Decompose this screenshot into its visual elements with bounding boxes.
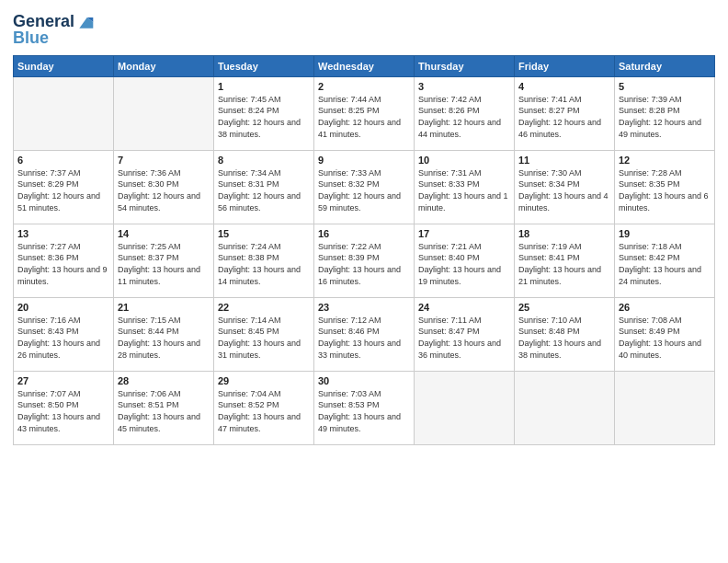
day-info: Sunrise: 7:30 AM Sunset: 8:34 PM Dayligh… <box>518 167 610 213</box>
day-info: Sunrise: 7:45 AM Sunset: 8:24 PM Dayligh… <box>218 94 310 140</box>
day-info: Sunrise: 7:12 AM Sunset: 8:46 PM Dayligh… <box>318 315 410 361</box>
calendar-cell: 12Sunrise: 7:28 AM Sunset: 8:35 PM Dayli… <box>615 150 715 224</box>
week-row-1: 1Sunrise: 7:45 AM Sunset: 8:24 PM Daylig… <box>14 76 715 150</box>
calendar-cell: 8Sunrise: 7:34 AM Sunset: 8:31 PM Daylig… <box>214 150 314 224</box>
calendar-cell <box>415 371 515 444</box>
day-number: 3 <box>418 81 510 92</box>
calendar-cell: 18Sunrise: 7:19 AM Sunset: 8:41 PM Dayli… <box>515 224 615 297</box>
day-number: 8 <box>218 155 310 166</box>
day-info: Sunrise: 7:06 AM Sunset: 8:51 PM Dayligh… <box>118 388 210 434</box>
day-info: Sunrise: 7:14 AM Sunset: 8:45 PM Dayligh… <box>218 315 310 361</box>
calendar-cell <box>114 76 214 150</box>
calendar-cell <box>515 371 615 444</box>
day-number: 13 <box>17 228 109 239</box>
calendar-cell: 26Sunrise: 7:08 AM Sunset: 8:49 PM Dayli… <box>615 297 715 371</box>
week-row-4: 20Sunrise: 7:16 AM Sunset: 8:43 PM Dayli… <box>14 297 715 371</box>
weekday-header-friday: Friday <box>515 55 615 76</box>
day-number: 26 <box>619 302 711 313</box>
calendar-cell: 6Sunrise: 7:37 AM Sunset: 8:29 PM Daylig… <box>14 150 114 224</box>
day-info: Sunrise: 7:18 AM Sunset: 8:42 PM Dayligh… <box>619 241 711 287</box>
day-info: Sunrise: 7:04 AM Sunset: 8:52 PM Dayligh… <box>218 388 310 434</box>
calendar-cell: 4Sunrise: 7:41 AM Sunset: 8:27 PM Daylig… <box>515 76 615 150</box>
weekday-header-row: SundayMondayTuesdayWednesdayThursdayFrid… <box>14 55 715 76</box>
day-info: Sunrise: 7:27 AM Sunset: 8:36 PM Dayligh… <box>17 241 109 287</box>
calendar-cell: 9Sunrise: 7:33 AM Sunset: 8:32 PM Daylig… <box>314 150 415 224</box>
calendar-cell: 24Sunrise: 7:11 AM Sunset: 8:47 PM Dayli… <box>415 297 515 371</box>
logo: General Blue <box>13 13 95 48</box>
calendar-cell: 28Sunrise: 7:06 AM Sunset: 8:51 PM Dayli… <box>114 371 214 444</box>
day-number: 5 <box>619 81 711 92</box>
day-info: Sunrise: 7:37 AM Sunset: 8:29 PM Dayligh… <box>17 167 109 213</box>
day-info: Sunrise: 7:08 AM Sunset: 8:49 PM Dayligh… <box>619 315 711 361</box>
calendar-cell: 7Sunrise: 7:36 AM Sunset: 8:30 PM Daylig… <box>114 150 214 224</box>
day-number: 2 <box>318 81 410 92</box>
day-number: 23 <box>318 302 410 313</box>
calendar-cell: 17Sunrise: 7:21 AM Sunset: 8:40 PM Dayli… <box>415 224 515 297</box>
calendar-cell: 22Sunrise: 7:14 AM Sunset: 8:45 PM Dayli… <box>214 297 314 371</box>
calendar-cell <box>615 371 715 444</box>
day-info: Sunrise: 7:22 AM Sunset: 8:39 PM Dayligh… <box>318 241 410 287</box>
calendar-cell: 19Sunrise: 7:18 AM Sunset: 8:42 PM Dayli… <box>615 224 715 297</box>
day-info: Sunrise: 7:11 AM Sunset: 8:47 PM Dayligh… <box>418 315 510 361</box>
day-number: 27 <box>17 375 109 386</box>
weekday-header-wednesday: Wednesday <box>314 55 415 76</box>
day-number: 21 <box>118 302 210 313</box>
calendar-cell: 15Sunrise: 7:24 AM Sunset: 8:38 PM Dayli… <box>214 224 314 297</box>
week-row-5: 27Sunrise: 7:07 AM Sunset: 8:50 PM Dayli… <box>14 371 715 444</box>
day-info: Sunrise: 7:10 AM Sunset: 8:48 PM Dayligh… <box>518 315 610 361</box>
day-number: 30 <box>318 375 410 386</box>
calendar: SundayMondayTuesdayWednesdayThursdayFrid… <box>13 55 715 445</box>
calendar-cell: 11Sunrise: 7:30 AM Sunset: 8:34 PM Dayli… <box>515 150 615 224</box>
calendar-cell <box>14 76 114 150</box>
calendar-cell: 20Sunrise: 7:16 AM Sunset: 8:43 PM Dayli… <box>14 297 114 371</box>
day-number: 28 <box>118 375 210 386</box>
calendar-cell: 30Sunrise: 7:03 AM Sunset: 8:53 PM Dayli… <box>314 371 415 444</box>
day-info: Sunrise: 7:42 AM Sunset: 8:26 PM Dayligh… <box>418 94 510 140</box>
calendar-cell: 3Sunrise: 7:42 AM Sunset: 8:26 PM Daylig… <box>415 76 515 150</box>
day-info: Sunrise: 7:39 AM Sunset: 8:28 PM Dayligh… <box>619 94 711 140</box>
day-number: 15 <box>218 228 310 239</box>
day-number: 24 <box>418 302 510 313</box>
calendar-cell: 2Sunrise: 7:44 AM Sunset: 8:25 PM Daylig… <box>314 76 415 150</box>
day-info: Sunrise: 7:21 AM Sunset: 8:40 PM Dayligh… <box>418 241 510 287</box>
calendar-cell: 23Sunrise: 7:12 AM Sunset: 8:46 PM Dayli… <box>314 297 415 371</box>
calendar-cell: 29Sunrise: 7:04 AM Sunset: 8:52 PM Dayli… <box>214 371 314 444</box>
calendar-cell: 13Sunrise: 7:27 AM Sunset: 8:36 PM Dayli… <box>14 224 114 297</box>
day-info: Sunrise: 7:07 AM Sunset: 8:50 PM Dayligh… <box>17 388 109 434</box>
day-number: 4 <box>518 81 610 92</box>
day-info: Sunrise: 7:36 AM Sunset: 8:30 PM Dayligh… <box>118 167 210 213</box>
calendar-cell: 16Sunrise: 7:22 AM Sunset: 8:39 PM Dayli… <box>314 224 415 297</box>
weekday-header-saturday: Saturday <box>615 55 715 76</box>
day-number: 6 <box>17 155 109 166</box>
day-number: 20 <box>17 302 109 313</box>
day-info: Sunrise: 7:16 AM Sunset: 8:43 PM Dayligh… <box>17 315 109 361</box>
day-number: 19 <box>619 228 711 239</box>
day-info: Sunrise: 7:28 AM Sunset: 8:35 PM Dayligh… <box>619 167 711 213</box>
day-info: Sunrise: 7:31 AM Sunset: 8:33 PM Dayligh… <box>418 167 510 213</box>
calendar-cell: 5Sunrise: 7:39 AM Sunset: 8:28 PM Daylig… <box>615 76 715 150</box>
header: General Blue <box>13 9 715 48</box>
day-info: Sunrise: 7:19 AM Sunset: 8:41 PM Dayligh… <box>518 241 610 287</box>
day-info: Sunrise: 7:25 AM Sunset: 8:37 PM Dayligh… <box>118 241 210 287</box>
day-info: Sunrise: 7:03 AM Sunset: 8:53 PM Dayligh… <box>318 388 410 434</box>
day-number: 12 <box>619 155 711 166</box>
day-number: 16 <box>318 228 410 239</box>
calendar-cell: 25Sunrise: 7:10 AM Sunset: 8:48 PM Dayli… <box>515 297 615 371</box>
day-info: Sunrise: 7:34 AM Sunset: 8:31 PM Dayligh… <box>218 167 310 213</box>
day-number: 17 <box>418 228 510 239</box>
day-info: Sunrise: 7:24 AM Sunset: 8:38 PM Dayligh… <box>218 241 310 287</box>
day-info: Sunrise: 7:41 AM Sunset: 8:27 PM Dayligh… <box>518 94 610 140</box>
day-number: 11 <box>518 155 610 166</box>
week-row-2: 6Sunrise: 7:37 AM Sunset: 8:29 PM Daylig… <box>14 150 715 224</box>
calendar-cell: 10Sunrise: 7:31 AM Sunset: 8:33 PM Dayli… <box>415 150 515 224</box>
calendar-cell: 1Sunrise: 7:45 AM Sunset: 8:24 PM Daylig… <box>214 76 314 150</box>
day-number: 22 <box>218 302 310 313</box>
day-number: 7 <box>118 155 210 166</box>
week-row-3: 13Sunrise: 7:27 AM Sunset: 8:36 PM Dayli… <box>14 224 715 297</box>
day-number: 18 <box>518 228 610 239</box>
day-number: 9 <box>318 155 410 166</box>
page: General Blue SundayMondayTuesdayWednesda… <box>0 0 728 563</box>
calendar-cell: 27Sunrise: 7:07 AM Sunset: 8:50 PM Dayli… <box>14 371 114 444</box>
weekday-header-thursday: Thursday <box>415 55 515 76</box>
day-number: 10 <box>418 155 510 166</box>
